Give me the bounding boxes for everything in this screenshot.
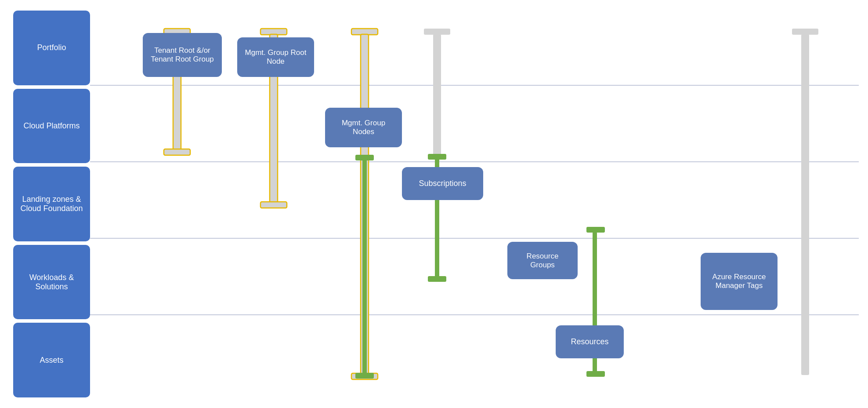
- label-cloud-platforms: Cloud Platforms: [13, 89, 90, 164]
- svg-rect-16: [424, 29, 450, 35]
- svg-rect-19: [428, 154, 446, 160]
- svg-rect-17: [433, 34, 441, 157]
- label-portfolio: Portfolio: [13, 11, 90, 85]
- node-azure-rm-tags: Azure Resource Manager Tags: [701, 253, 778, 310]
- node-tenant-root: Tenant Root &/or Tenant Root Group: [143, 33, 222, 77]
- svg-rect-15: [355, 373, 374, 379]
- svg-rect-25: [801, 34, 809, 375]
- label-workloads: Workloads & Solutions: [13, 245, 90, 320]
- svg-rect-23: [586, 371, 605, 377]
- label-landing-zones: Landing zones & Cloud Foundation: [13, 167, 90, 241]
- svg-rect-6: [164, 149, 190, 155]
- node-resource-groups: Resource Groups: [507, 242, 578, 279]
- svg-rect-13: [362, 158, 367, 378]
- content-area: Tenant Root &/or Tenant Root Group Mgmt.…: [90, 9, 855, 399]
- diagram-container: Portfolio Cloud Platforms Landing zones …: [0, 0, 868, 408]
- svg-rect-20: [428, 276, 446, 282]
- label-assets: Assets: [13, 323, 90, 397]
- svg-rect-14: [355, 155, 374, 160]
- svg-rect-24: [792, 29, 818, 35]
- node-mgmt-group-nodes: Mgmt. Group Nodes: [325, 108, 402, 147]
- node-resources: Resources: [556, 325, 624, 358]
- node-mgmt-group-root: Mgmt. Group Root Node: [237, 37, 314, 77]
- node-subscriptions: Subscriptions: [402, 167, 483, 200]
- svg-rect-9: [260, 202, 287, 208]
- labels-column: Portfolio Cloud Platforms Landing zones …: [13, 9, 90, 399]
- svg-rect-21: [586, 227, 605, 233]
